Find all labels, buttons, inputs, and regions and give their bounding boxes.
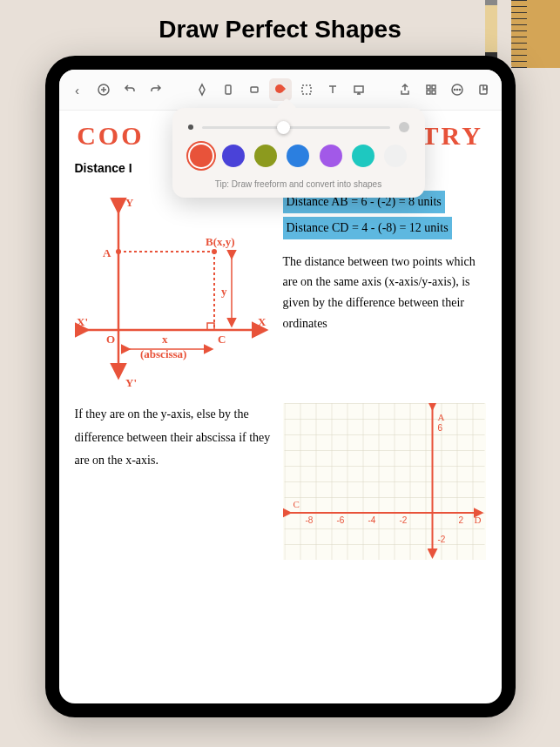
screen: ‹ bbox=[59, 70, 502, 703]
slider-track[interactable] bbox=[202, 126, 390, 129]
svg-text:-4: -4 bbox=[368, 515, 375, 525]
share-button[interactable] bbox=[394, 78, 416, 101]
grid-plot: A C D 6 -2 -8 -6 -4 -2 2 bbox=[283, 403, 486, 560]
pen-tool[interactable] bbox=[191, 78, 213, 101]
slider-min-icon bbox=[188, 124, 193, 130]
svg-rect-2 bbox=[251, 87, 258, 92]
shape-tool[interactable] bbox=[269, 78, 292, 101]
svg-text:C: C bbox=[293, 499, 299, 509]
slider-max-icon bbox=[399, 122, 409, 132]
coordinate-diagram: Y Y' X X' O A B(x,y) C x y (abscissa) bbox=[75, 191, 271, 391]
color-swatch-indigo[interactable] bbox=[222, 145, 245, 167]
notes-right: Distance AB = 6 - (-2) = 8 units Distanc… bbox=[283, 191, 486, 391]
back-button[interactable]: ‹ bbox=[66, 78, 89, 101]
text-tool[interactable] bbox=[321, 78, 344, 101]
svg-rect-33 bbox=[284, 403, 484, 560]
color-swatch-blue[interactable] bbox=[287, 145, 309, 167]
svg-rect-1 bbox=[226, 85, 231, 94]
svg-text:A: A bbox=[437, 412, 444, 422]
color-swatch-teal[interactable] bbox=[352, 145, 374, 167]
title-left: COO bbox=[77, 121, 144, 150]
svg-text:Y': Y' bbox=[125, 376, 137, 389]
color-swatch-olive[interactable] bbox=[254, 145, 277, 167]
svg-text:Y: Y bbox=[125, 196, 134, 209]
promo-title: Draw Perfect Shapes bbox=[0, 0, 560, 56]
svg-text:-2: -2 bbox=[437, 535, 445, 544]
more-button[interactable] bbox=[446, 78, 469, 101]
title-right: TRY bbox=[422, 121, 483, 150]
add-button[interactable] bbox=[92, 78, 115, 101]
slider-thumb[interactable] bbox=[277, 121, 290, 134]
svg-text:X: X bbox=[258, 315, 267, 328]
highlight-2: Distance CD = 4 - (-8) = 12 units bbox=[283, 217, 452, 239]
color-row bbox=[188, 145, 409, 167]
svg-text:-2: -2 bbox=[399, 515, 407, 525]
paragraph-2: If they are on the y-axis, else by the d… bbox=[75, 403, 271, 560]
lasso-tool[interactable] bbox=[295, 78, 318, 101]
svg-point-3 bbox=[275, 84, 284, 93]
svg-text:y: y bbox=[221, 285, 227, 298]
svg-rect-7 bbox=[432, 85, 435, 89]
promo-ruler bbox=[511, 0, 560, 68]
svg-text:6: 6 bbox=[437, 423, 442, 433]
svg-text:x: x bbox=[162, 333, 168, 346]
svg-rect-4 bbox=[302, 85, 311, 94]
svg-point-12 bbox=[456, 89, 457, 90]
bookmark-button[interactable] bbox=[472, 78, 495, 101]
paragraph-1: The distance between two points which ar… bbox=[283, 252, 486, 334]
svg-text:A: A bbox=[103, 246, 111, 259]
color-swatch-orange[interactable] bbox=[190, 145, 213, 167]
eraser-tool[interactable] bbox=[243, 78, 266, 101]
stroke-width-slider[interactable] bbox=[188, 122, 409, 132]
svg-point-13 bbox=[459, 89, 460, 90]
svg-rect-8 bbox=[427, 91, 430, 94]
tablet-frame: ‹ bbox=[45, 56, 516, 717]
svg-text:C: C bbox=[218, 333, 226, 346]
svg-text:O: O bbox=[106, 333, 115, 346]
svg-text:-6: -6 bbox=[336, 515, 344, 525]
pages-button[interactable] bbox=[420, 78, 442, 101]
svg-point-20 bbox=[116, 249, 121, 254]
svg-point-11 bbox=[454, 89, 455, 90]
svg-point-21 bbox=[212, 249, 217, 254]
redo-button[interactable] bbox=[145, 78, 167, 101]
undo-button[interactable] bbox=[118, 78, 141, 101]
popover-tip: Tip: Draw freeform and convert into shap… bbox=[188, 179, 409, 189]
shape-options-popover: Tip: Draw freeform and convert into shap… bbox=[172, 108, 425, 198]
svg-rect-5 bbox=[354, 86, 363, 92]
present-tool[interactable] bbox=[347, 78, 370, 101]
svg-rect-9 bbox=[432, 91, 435, 94]
promo-pencil bbox=[485, 0, 497, 61]
svg-text:2: 2 bbox=[458, 515, 463, 525]
svg-rect-6 bbox=[427, 85, 430, 89]
color-swatch-none[interactable] bbox=[384, 145, 407, 167]
svg-text:X': X' bbox=[77, 315, 88, 328]
svg-text:B(x,y): B(x,y) bbox=[206, 235, 235, 248]
sub-left: Distance I bbox=[75, 161, 132, 175]
svg-text:-8: -8 bbox=[305, 515, 313, 525]
svg-text:D: D bbox=[474, 515, 481, 525]
color-swatch-purple[interactable] bbox=[320, 145, 342, 167]
highlighter-tool[interactable] bbox=[217, 78, 240, 101]
